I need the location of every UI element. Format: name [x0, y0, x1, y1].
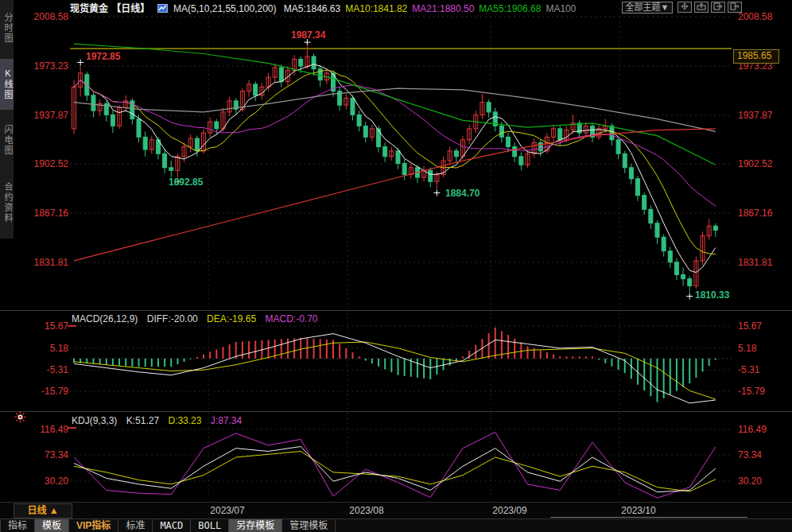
candle-body-down: [649, 209, 653, 223]
candle-body-down: [396, 151, 400, 164]
price-label-right-1: 2008.58: [738, 12, 772, 22]
candle-body-down: [377, 129, 381, 147]
macd-dea-value: DEA:-19.65: [207, 313, 256, 324]
pane-up-icon[interactable]: [694, 2, 709, 13]
candle-body-down: [668, 251, 672, 262]
candle-body-down: [629, 168, 633, 179]
tab-模板[interactable]: 模板: [35, 519, 69, 532]
kdj-label-right-2: 73.34: [738, 450, 762, 460]
candle-body-down: [519, 157, 523, 165]
theme-select-button[interactable]: 全部主题▼: [622, 2, 673, 14]
candle-body-down: [91, 95, 95, 111]
kdj-k-value: K:51.27: [126, 415, 159, 426]
price-label-left-6: 1831.81: [16, 258, 68, 268]
price-annotation-1972.85: 1972.85: [86, 51, 120, 62]
candle-body-down: [195, 138, 199, 151]
candle-body-down: [169, 168, 173, 170]
tab-BOLL[interactable]: BOLL: [191, 519, 229, 532]
sidebar-item-3[interactable]: 闪电图: [0, 115, 14, 165]
macd-label-right-1: 15.67: [738, 321, 762, 332]
candle-body-down: [623, 153, 627, 167]
ma-value-2: MA10:1841.82: [345, 3, 407, 14]
price-label-left-4: 1902.52: [16, 159, 68, 169]
pan-icon[interactable]: [677, 2, 692, 13]
price-annotation-1987.34: 1987.34: [291, 29, 325, 41]
candle-body-down: [351, 98, 355, 115]
price-label-left-3: 1937.87: [16, 111, 68, 121]
tab-管理模板[interactable]: 管理模板: [282, 519, 336, 532]
month-label-2: 2023/08: [343, 505, 390, 516]
indicator-alert-icon: [14, 411, 26, 426]
price-label-right-4: 1902.52: [738, 159, 772, 169]
candle-body-down: [279, 68, 283, 81]
tab-另存模板[interactable]: 另存模板: [229, 519, 282, 532]
price-label-right-5: 1867.16: [738, 208, 772, 219]
candle-body-down: [507, 137, 511, 146]
ma-value-3: MA21:1880.50: [412, 3, 474, 14]
kdj-d-value: D:33.23: [168, 415, 201, 426]
ma-value-4: MA55:1906.68: [479, 3, 541, 14]
price-annotation-1892.85: 1892.85: [169, 177, 203, 188]
price-label-left-5: 1867.16: [16, 208, 68, 219]
kdj-header: KDJ(9,3,3) K:51.27 D:33.23 J:87.34: [72, 415, 248, 426]
macd-label-right-2: 5.18: [738, 344, 756, 354]
candle-body-down: [499, 126, 503, 137]
sidebar-item-4[interactable]: 合约资料: [0, 169, 14, 237]
candle-body-down: [643, 196, 646, 209]
price-annotation-1810.33: 1810.33: [695, 289, 729, 301]
kdj-label-left-2: 73.34: [16, 450, 68, 460]
line-chart-icon: [157, 3, 170, 14]
candle-body-down: [137, 119, 141, 138]
tab-指标[interactable]: 指标: [0, 519, 35, 532]
tab-MACD[interactable]: MACD: [153, 519, 191, 532]
candle-body-down: [662, 237, 666, 250]
ma-values: MA5:1846.63MA10:1841.82MA21:1880.50MA55:…: [284, 3, 581, 14]
chart-canvas: [0, 0, 792, 532]
candle-body-down: [254, 84, 258, 95]
ma10-line: [74, 70, 716, 254]
candle-body-down: [312, 56, 316, 69]
tab-标准[interactable]: 标准: [118, 519, 153, 532]
indicator-tab-bar: 指标模板VIP指标标准MACDBOLL另存模板管理模板: [0, 518, 792, 532]
candle-body-down: [429, 170, 433, 181]
sidebar-item-1[interactable]: 分时图: [0, 3, 14, 52]
price-label-left-1: 2008.58: [16, 12, 68, 22]
candle-body-down: [655, 223, 659, 237]
ma-value-5: MA100: [545, 3, 576, 14]
macd-label-left-2: 5.18: [16, 344, 68, 354]
macd-label-right-4: -15.79: [738, 386, 765, 397]
candle-body-down: [674, 262, 678, 275]
kdj-label-left-3: 30.20: [16, 476, 68, 487]
macd-macd-value: MACD:-0.70: [265, 313, 317, 324]
pane-right-icon[interactable]: [711, 2, 725, 13]
chart-window: 分时图K线图闪电图合约资料 现货黄金 【日线】 MA(5,10,21,55,10…: [0, 0, 792, 532]
period-tag: 【日线】: [111, 3, 149, 14]
kdj-label-right-3: 30.20: [738, 476, 762, 487]
candle-body-down: [454, 151, 458, 157]
scroll-indicator[interactable]: [550, 517, 747, 518]
separator-macd-kdj: [0, 411, 792, 412]
candle-body-down: [402, 164, 406, 175]
kdj-j-value: J:87.34: [211, 415, 242, 426]
macd-title: MACD(26,12,9): [72, 313, 138, 324]
month-label-4: 2023/10: [615, 505, 662, 516]
price-label-right-6: 1831.81: [738, 258, 772, 268]
symbol-title: 现货黄金: [70, 3, 108, 14]
ma-value-1: MA5:1846.63: [284, 3, 340, 14]
candle-body-down: [681, 274, 685, 278]
macd-axis-tick: [68, 325, 76, 327]
month-label-1: 2023/07: [204, 505, 251, 516]
candle-body-down: [487, 103, 491, 112]
sidebar-item-2[interactable]: K线图: [0, 59, 14, 110]
candle-body-down: [299, 59, 303, 66]
tab-VIP指标[interactable]: VIP指标: [69, 519, 118, 532]
separator-main-macd: [0, 310, 792, 311]
candle-body-down: [558, 129, 562, 140]
period-selector[interactable]: 日线 ▲: [14, 503, 72, 518]
macd-label-right-3: -5.31: [738, 365, 759, 375]
macd-label-left-4: -15.79: [16, 386, 68, 397]
macd-diff-line: [74, 334, 716, 403]
chart-header: 现货黄金 【日线】 MA(5,10,21,55,100,200) MA5:184…: [70, 1, 585, 14]
candle-body-down: [513, 147, 517, 157]
kdj-label-right-1: 116.49: [738, 425, 767, 435]
